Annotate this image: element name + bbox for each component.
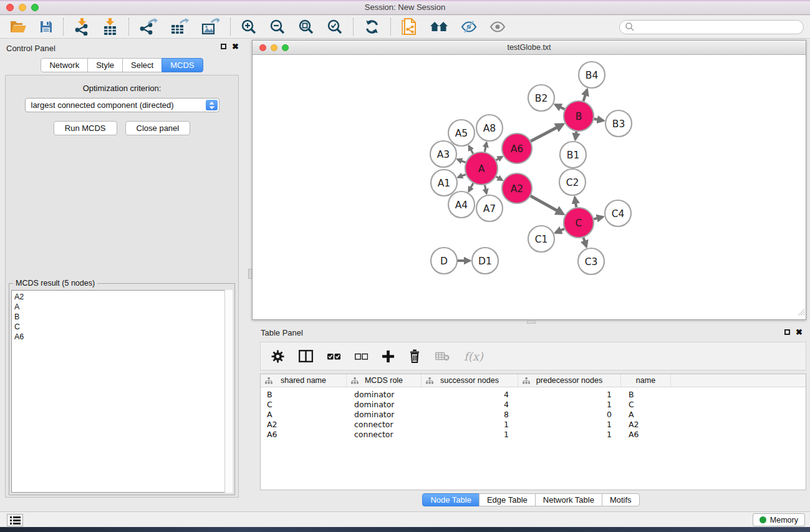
result-scrollbar[interactable] [224, 290, 233, 493]
window-resize-grip[interactable] [796, 307, 805, 319]
table-row[interactable]: Cdominator41C [261, 399, 806, 409]
graph-node-A3[interactable]: A3 [430, 141, 456, 167]
tab-mcds[interactable]: MCDS [162, 58, 203, 72]
graph-node-D[interactable]: D [431, 248, 457, 274]
close-panel-icon[interactable]: ✖ [232, 43, 239, 50]
delete-table-icon[interactable] [435, 352, 450, 361]
graph-node-C[interactable]: C [564, 208, 594, 238]
graph-node-C1[interactable]: C1 [528, 226, 554, 252]
network-canvas[interactable]: A5A8A3A1A4A7AA6A2BB1B2B3B4CC1C2C3C4DD1 [253, 55, 806, 319]
run-mcds-button[interactable]: Run MCDS [54, 121, 117, 135]
graph-node-A8[interactable]: A8 [476, 115, 503, 141]
graph-edge-A-A2[interactable] [496, 177, 503, 180]
graph-edge-A6-B[interactable] [531, 124, 563, 141]
table-row[interactable]: A2connector11A2 [261, 419, 806, 429]
graph-edge-A-A4[interactable] [469, 183, 473, 191]
close-table-panel-icon[interactable]: ✖ [796, 329, 803, 336]
graph-node-B2[interactable]: B2 [528, 85, 554, 111]
refresh-icon[interactable] [364, 19, 380, 35]
criterion-dropdown[interactable]: largest connected component (directed) [25, 98, 219, 112]
show-column-icon[interactable] [299, 350, 313, 362]
table-options-gear-icon[interactable] [271, 350, 284, 363]
column-header-predecessor-nodes[interactable]: predecessor nodes [518, 374, 621, 387]
graph-node-B[interactable]: B [564, 101, 594, 131]
mcds-result-item[interactable]: A2 [14, 292, 232, 302]
export-table-icon[interactable] [170, 18, 189, 36]
hide-panel-eye-icon[interactable] [461, 19, 477, 34]
import-network-icon[interactable] [74, 18, 90, 36]
tab-node-table[interactable]: Node Table [422, 493, 480, 506]
graph-node-A5[interactable]: A5 [448, 120, 475, 146]
graph-edge-B-B3[interactable] [594, 119, 604, 121]
graph-edge-C-C3[interactable] [584, 238, 587, 247]
graph-node-C4[interactable]: C4 [605, 200, 631, 226]
open-session-file-icon[interactable] [401, 17, 417, 36]
zoom-selected-icon[interactable] [327, 19, 343, 35]
column-header-shared-name[interactable]: shared name [261, 374, 347, 387]
close-panel-button[interactable]: Close panel [125, 121, 191, 135]
graph-node-A6[interactable]: A6 [502, 133, 532, 163]
graph-edge-C-C2[interactable] [575, 198, 576, 208]
import-table-icon[interactable] [102, 18, 118, 36]
graph-edge-A-A8[interactable] [485, 143, 486, 152]
horizontal-splitter-handle[interactable] [527, 321, 536, 324]
column-header-name[interactable]: name [621, 374, 671, 387]
graph-node-A7[interactable]: A7 [476, 195, 503, 221]
function-builder-icon[interactable]: f(x) [464, 350, 483, 363]
zoom-in-icon[interactable] [241, 19, 257, 35]
graph-node-A2[interactable]: A2 [502, 173, 532, 203]
graph-node-A[interactable]: A [465, 152, 498, 185]
graph-node-B4[interactable]: B4 [579, 62, 605, 88]
save-session-icon[interactable] [39, 20, 53, 34]
create-column-plus-icon[interactable] [382, 351, 394, 362]
graph-node-B1[interactable]: B1 [560, 142, 586, 168]
graph-node-A4[interactable]: A4 [448, 191, 475, 218]
table-row[interactable]: Bdominator41B [261, 389, 806, 399]
search-input[interactable] [635, 22, 798, 31]
float-panel-icon[interactable] [221, 44, 226, 49]
graph-edge-A-A5[interactable] [469, 146, 473, 153]
graph-node-C3[interactable]: C3 [578, 248, 604, 274]
select-all-columns-icon[interactable] [327, 353, 340, 360]
tab-network[interactable]: Network [41, 58, 88, 72]
graph-edge-A-A3[interactable] [458, 159, 466, 162]
export-image-icon[interactable] [201, 18, 220, 36]
graph-edge-A-A1[interactable] [458, 175, 465, 178]
export-network-icon[interactable] [139, 18, 158, 36]
float-table-panel-icon[interactable] [784, 329, 790, 335]
graph-edge-A2-C[interactable] [531, 196, 563, 214]
mcds-result-item[interactable]: A6 [14, 332, 232, 342]
vertical-splitter-handle[interactable] [248, 269, 252, 279]
graph-edge-C-C1[interactable] [556, 229, 564, 233]
home-networks-icon[interactable] [430, 20, 448, 34]
mcds-result-item[interactable]: A [14, 302, 232, 312]
tab-network-table[interactable]: Network Table [535, 493, 602, 506]
search-box[interactable] [619, 20, 804, 34]
tab-edge-table[interactable]: Edge Table [479, 493, 536, 506]
column-header-mcds-role[interactable]: MCDS role [347, 374, 422, 387]
show-panel-eye-icon[interactable] [489, 19, 506, 34]
graph-node-A1[interactable]: A1 [431, 170, 457, 196]
graph-edge-A-A6[interactable] [496, 157, 503, 160]
delete-column-trash-icon[interactable] [408, 349, 421, 363]
graph-node-C2[interactable]: C2 [559, 169, 586, 195]
column-header-successor-nodes[interactable]: successor nodes [422, 374, 518, 387]
unselect-all-columns-icon[interactable] [355, 353, 368, 360]
table-row[interactable]: A6connector11A6 [261, 429, 806, 439]
zoom-out-icon[interactable] [269, 19, 286, 35]
graph-edge-B-B2[interactable] [555, 105, 564, 109]
graph-edge-B-B4[interactable] [584, 90, 587, 101]
tab-motifs[interactable]: Motifs [602, 493, 640, 506]
task-history-button[interactable] [7, 514, 23, 526]
open-session-icon[interactable] [10, 20, 27, 34]
graph-node-B3[interactable]: B3 [605, 110, 632, 137]
memory-button[interactable]: Memory [753, 513, 805, 526]
graph-edge-B-B1[interactable] [576, 132, 577, 140]
mcds-result-item[interactable]: B [14, 312, 232, 322]
graph-edge-C-C4[interactable] [594, 217, 602, 219]
mcds-result-item[interactable]: C [14, 322, 232, 332]
zoom-fit-icon[interactable] [298, 19, 314, 35]
graph-node-D1[interactable]: D1 [472, 248, 498, 274]
tab-style[interactable]: Style [87, 58, 123, 72]
tab-select[interactable]: Select [122, 58, 162, 72]
